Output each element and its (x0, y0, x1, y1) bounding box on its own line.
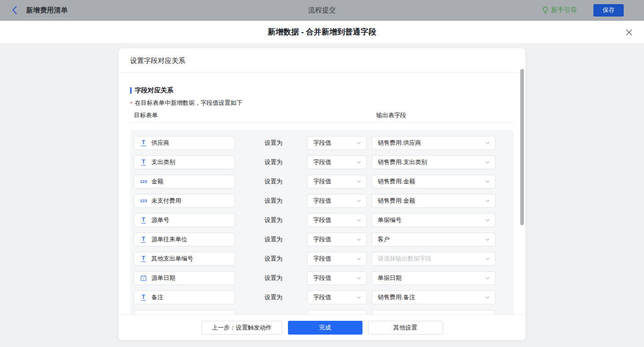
output-field-select[interactable] (372, 310, 495, 314)
chevron-down-icon (485, 296, 490, 299)
value-mode-select[interactable]: 字段值 (307, 136, 367, 150)
target-field-box: T供应商 (134, 136, 235, 150)
save-button[interactable]: 保存 (593, 4, 624, 17)
output-field-select[interactable]: 销售费用.支出类别 (372, 155, 495, 169)
field-mapping-row: 123未支付费用设置为字段值销售费用.金额 (134, 194, 510, 208)
value-mode-select[interactable]: 字段值 (307, 155, 367, 169)
chevron-down-icon (356, 219, 361, 222)
chevron-down-icon (485, 180, 490, 183)
field-mapping-row (134, 310, 510, 314)
output-field-label: 单据编号 (378, 216, 402, 224)
output-field-label: 销售费用.供应商 (378, 139, 421, 147)
value-mode-select[interactable]: 字段值 (307, 194, 367, 208)
output-field-select[interactable]: 单据日期 (372, 271, 495, 285)
column-headers: 目标表单 输出表字段 (130, 109, 514, 123)
value-mode-label: 字段值 (313, 274, 331, 282)
field-mapping-rows: T供应商设置为字段值销售费用.供应商T支出类别设置为字段值销售费用.支出类别12… (130, 130, 514, 314)
output-field-select[interactable]: 销售费用.供应商 (372, 136, 495, 150)
chevron-down-icon (356, 142, 361, 144)
relation-label: 设置为 (264, 139, 284, 147)
column-header-output-field: 输出表字段 (376, 109, 406, 121)
output-field-select[interactable]: 销售费用.金额 (372, 194, 495, 208)
relation-label: 设置为 (264, 274, 284, 282)
output-field-label: 客户 (378, 235, 390, 244)
other-settings-button[interactable]: 其他设置 (368, 321, 443, 335)
beginner-guide-label: 新手引导 (551, 6, 577, 14)
value-mode-label: 字段值 (313, 197, 331, 205)
target-field-label: 源单往来单位 (151, 235, 187, 244)
beginner-guide-button[interactable]: 新手引导 (542, 6, 577, 14)
number-field-icon: 123 (140, 199, 147, 203)
topbar: 新增费用清单 流程提交 新手引导 保存 (0, 0, 644, 21)
relation-label: 设置为 (264, 255, 284, 263)
value-mode-label: 字段值 (313, 235, 331, 244)
chevron-down-icon (485, 161, 490, 164)
field-mapping-row: T源单号设置为字段值单据编号 (134, 213, 510, 227)
value-mode-label: 字段值 (313, 177, 331, 186)
scrollbar-thumb[interactable] (520, 69, 524, 225)
target-field-box: T其他支出单编号 (134, 252, 235, 266)
chevron-down-icon (356, 296, 361, 299)
target-field-box: T备注 (134, 290, 235, 304)
target-field-box: 123未支付费用 (134, 194, 235, 208)
relation-label: 设置为 (264, 235, 284, 244)
value-mode-select[interactable]: 字段值 (307, 271, 367, 285)
text-field-icon: T (140, 256, 147, 262)
card-footer: 上一步：设置触发动作 完成 其他设置 (119, 314, 525, 340)
value-mode-select[interactable]: 字段值 (307, 213, 367, 227)
chevron-down-icon (356, 199, 361, 202)
target-field-box: T源单往来单位 (134, 233, 235, 246)
text-field-icon: T (140, 217, 147, 223)
value-mode-label: 字段值 (313, 158, 331, 166)
output-field-label: 销售费用.支出类别 (378, 158, 427, 166)
output-field-select[interactable]: 销售费用.备注 (372, 290, 495, 304)
output-field-select[interactable]: 单据编号 (372, 213, 495, 227)
target-field-label: 支出类别 (151, 158, 175, 166)
value-mode-select[interactable]: 字段值 (307, 233, 367, 246)
value-mode-label: 字段值 (313, 139, 331, 147)
target-field-label: 源单日期 (151, 274, 175, 282)
target-field-box: T源单号 (134, 213, 235, 227)
field-mapping-row: T支出类别设置为字段值销售费用.支出类别 (134, 155, 510, 169)
target-field-label: 未支付费用 (151, 197, 181, 205)
prev-step-button[interactable]: 上一步：设置触发动作 (201, 321, 282, 335)
section-accent-bar (130, 87, 132, 94)
field-mapping-card: 设置字段对应关系 字段对应关系 * 在目标表单中新增数据，字段值设置如下 目标表… (119, 48, 525, 340)
output-field-select[interactable]: 客户 (372, 233, 495, 246)
output-field-label: 单据日期 (378, 274, 402, 282)
chevron-down-icon (485, 277, 490, 279)
number-field-icon: 123 (140, 179, 147, 184)
value-mode-select[interactable]: 字段值 (307, 252, 367, 266)
output-field-select[interactable]: 销售费用.金额 (372, 175, 495, 188)
value-mode-select[interactable] (307, 310, 367, 314)
target-field-box (134, 310, 235, 314)
value-mode-select[interactable]: 字段值 (307, 290, 367, 304)
chevron-down-icon (485, 199, 490, 202)
chevron-down-icon (356, 161, 361, 164)
done-button[interactable]: 完成 (288, 321, 362, 335)
target-field-label: 备注 (151, 293, 163, 301)
value-mode-select[interactable]: 字段值 (307, 175, 367, 188)
output-field-label: 请选择输出数据字段 (378, 255, 431, 263)
target-field-box: T支出类别 (134, 155, 235, 169)
modal-titlebar: 新增数据 - 合并新增到普通字段 (0, 21, 644, 44)
target-field-box: 123金额 (134, 175, 235, 188)
text-field-icon: T (140, 140, 147, 146)
output-field-select[interactable]: 请选择输出数据字段 (372, 252, 495, 266)
text-field-icon: T (140, 295, 147, 301)
date-field-icon: 7 (140, 275, 147, 281)
card-header-title: 设置字段对应关系 (119, 48, 525, 73)
required-asterisk: * (130, 100, 132, 107)
chevron-down-icon (485, 257, 490, 260)
field-mapping-row: T备注设置为字段值销售费用.备注 (134, 290, 510, 304)
relation-label: 设置为 (264, 177, 284, 186)
output-field-label: 销售费用.金额 (378, 197, 415, 205)
chevron-down-icon (485, 219, 490, 222)
modal-body: 设置字段对应关系 字段对应关系 * 在目标表单中新增数据，字段值设置如下 目标表… (0, 44, 644, 347)
text-field-icon: T (140, 159, 147, 165)
close-icon[interactable] (625, 28, 633, 36)
relation-label: 设置为 (264, 197, 284, 205)
svg-text:7: 7 (143, 277, 144, 280)
field-mapping-row: 7源单日期设置为字段值单据日期 (134, 271, 510, 285)
value-mode-label: 字段值 (313, 255, 331, 263)
